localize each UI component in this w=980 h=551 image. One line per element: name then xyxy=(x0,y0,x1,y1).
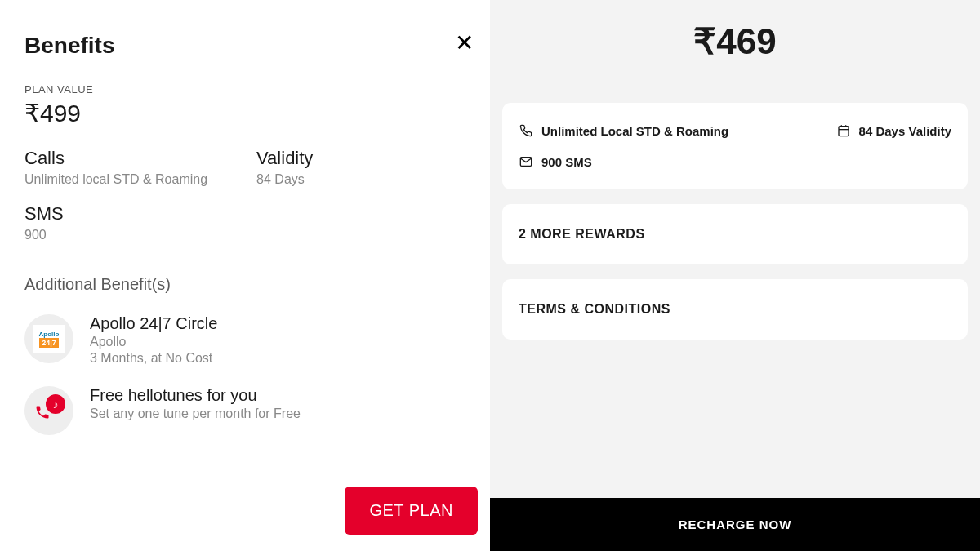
plan-summary-panel: ₹469 Unlimited Local STD & Roaming 84 Da… xyxy=(490,0,980,551)
close-icon: ✕ xyxy=(455,30,474,56)
plan-sms: SMS 900 xyxy=(24,203,466,242)
benefit-subtitle: Apollo xyxy=(90,335,217,349)
feature-sms-text: 900 SMS xyxy=(541,155,592,169)
plan-value-label: PLAN VALUE xyxy=(24,83,466,96)
validity-value: 84 Days xyxy=(256,172,313,187)
svg-rect-0 xyxy=(839,127,849,136)
plan-calls: Calls Unlimited local STD & Roaming xyxy=(24,148,207,187)
feature-calls: Unlimited Local STD & Roaming xyxy=(519,123,728,138)
recharge-now-button[interactable]: RECHARGE NOW xyxy=(490,498,980,551)
plan-price: ₹469 xyxy=(490,20,980,62)
get-plan-button[interactable]: GET PLAN xyxy=(345,487,478,535)
benefits-title: Benefits xyxy=(24,33,466,59)
benefit-detail: 3 Months, at No Cost xyxy=(90,351,217,366)
rewards-title: 2 MORE REWARDS xyxy=(519,227,951,242)
features-card: Unlimited Local STD & Roaming 84 Days Va… xyxy=(502,103,968,189)
features-row: Unlimited Local STD & Roaming 84 Days Va… xyxy=(519,123,951,138)
envelope-icon xyxy=(519,154,533,169)
plan-validity: Validity 84 Days xyxy=(256,148,313,187)
music-note-icon: ♪ xyxy=(46,394,65,414)
benefit-text: Apollo 24|7 Circle Apollo 3 Months, at N… xyxy=(90,314,217,366)
feature-validity-text: 84 Days Validity xyxy=(859,124,951,138)
benefit-row-apollo: Apollo 24|7 Apollo 24|7 Circle Apollo 3 … xyxy=(24,314,466,366)
validity-label: Validity xyxy=(256,148,313,169)
additional-benefits-title: Additional Benefit(s) xyxy=(24,275,466,294)
sms-value: 900 xyxy=(24,228,466,242)
calls-value: Unlimited local STD & Roaming xyxy=(24,172,207,187)
terms-section[interactable]: TERMS & CONDITIONS xyxy=(502,279,968,340)
benefit-row-hellotunes: ♪ Free hellotunes for you Set any one tu… xyxy=(24,386,466,435)
benefit-title: Free hellotunes for you xyxy=(90,386,301,405)
benefit-subtitle: Set any one tune per month for Free xyxy=(90,407,301,421)
benefits-panel: Benefits ✕ PLAN VALUE ₹499 Calls Unlimit… xyxy=(0,0,490,551)
rewards-section[interactable]: 2 MORE REWARDS xyxy=(502,204,968,264)
feature-sms: 900 SMS xyxy=(519,154,951,169)
apollo-icon: Apollo 24|7 xyxy=(24,314,74,363)
phone-icon xyxy=(519,123,533,138)
close-button[interactable]: ✕ xyxy=(455,29,474,56)
calls-label: Calls xyxy=(24,148,207,169)
feature-calls-text: Unlimited Local STD & Roaming xyxy=(541,124,728,138)
plan-details-grid: Calls Unlimited local STD & Roaming Vali… xyxy=(24,148,466,187)
calendar-icon xyxy=(836,123,851,138)
hellotunes-icon: ♪ xyxy=(24,386,74,435)
benefit-text: Free hellotunes for you Set any one tune… xyxy=(90,386,301,421)
plan-value-price: ₹499 xyxy=(24,99,466,127)
feature-validity: 84 Days Validity xyxy=(836,123,951,138)
terms-title: TERMS & CONDITIONS xyxy=(519,302,951,317)
price-header: ₹469 xyxy=(490,0,980,103)
sms-label: SMS xyxy=(24,203,466,224)
benefit-title: Apollo 24|7 Circle xyxy=(90,314,217,333)
